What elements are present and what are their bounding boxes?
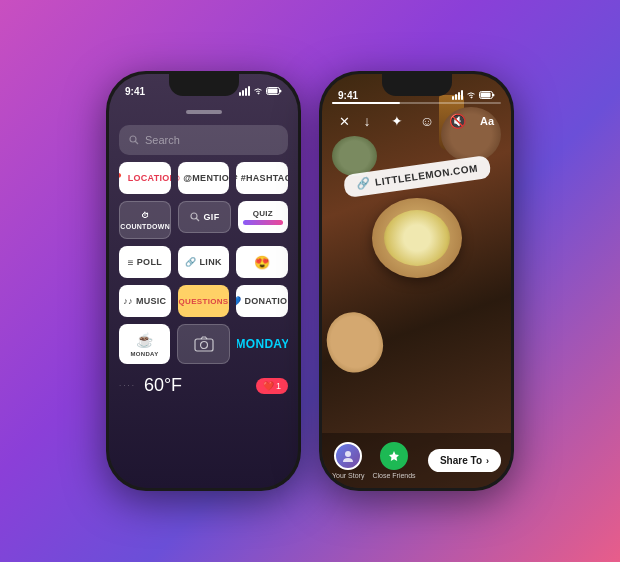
user-icon [341, 449, 355, 463]
temp-value: 60°F [144, 375, 182, 396]
drag-handle[interactable] [186, 110, 222, 114]
text-button[interactable]: Aa [475, 109, 499, 133]
quiz-content: QUIZ [243, 209, 283, 225]
svg-point-2 [130, 136, 136, 142]
location-icon: 📍 [119, 173, 125, 183]
poll-icon: ≡ [128, 257, 134, 268]
scroll-indicator: ···· [119, 381, 136, 390]
battery-icon [266, 87, 282, 95]
close-friends-avatar [380, 442, 408, 470]
status-time-left: 9:41 [125, 86, 145, 97]
text-tool-icon: Aa [480, 115, 494, 127]
sticker-row-5: ☕ MONDAY MONDAY [119, 324, 288, 364]
sticker-countdown[interactable]: ⏱ COUNTDOWN [119, 201, 171, 239]
link-sticker-icon: 🔗 [355, 177, 371, 192]
heart-notification[interactable]: ❤️ 1 [256, 378, 288, 394]
sticker-camera[interactable] [177, 324, 230, 364]
flatbread [322, 304, 391, 379]
search-icon [129, 135, 139, 145]
svg-line-3 [136, 142, 139, 145]
close-icon: ✕ [339, 114, 350, 129]
mention-icon: @ [178, 173, 181, 183]
plate-garnish [332, 136, 377, 176]
chevron-right-icon: › [486, 456, 489, 466]
close-friends-option[interactable]: Close Friends [372, 442, 415, 479]
download-button[interactable]: ↓ [355, 109, 379, 133]
sticker-link[interactable]: 🔗 LINK [178, 246, 230, 278]
sticker-questions[interactable]: QUESTIONS [178, 285, 230, 317]
sticker-gif[interactable]: GIF [178, 201, 230, 233]
coffee-icon: ☕ [136, 332, 153, 348]
link-chain-icon: 🔗 [185, 257, 196, 267]
donation-icon: 💙 [236, 296, 241, 306]
share-label: Share To [440, 455, 482, 466]
svg-marker-11 [389, 451, 399, 461]
svg-point-10 [345, 451, 351, 457]
camera-icon [194, 336, 214, 352]
svg-rect-6 [195, 339, 213, 351]
close-friends-label: Close Friends [372, 472, 415, 479]
wifi-icon [253, 87, 263, 95]
search-placeholder: Search [145, 134, 180, 146]
countdown-icon: ⏱ [141, 211, 149, 220]
notch [169, 74, 239, 96]
sticker-music[interactable]: ♪♪ MUSIC [119, 285, 171, 317]
face-button[interactable]: ☺ [415, 109, 439, 133]
sticker-day-label[interactable]: MONDAY [237, 324, 288, 364]
sticker-row-3: ≡ POLL 🔗 LINK 😍 [119, 246, 288, 278]
hashtag-symbol: # [236, 173, 237, 183]
sticker-row-1: 📍 LOCATION @ @MENTION # #HASHTAG [119, 162, 288, 194]
quiz-bar [243, 220, 283, 225]
svg-point-7 [200, 342, 207, 349]
music-icon: ♪♪ [123, 296, 133, 306]
sticker-poll[interactable]: ≡ POLL [119, 246, 171, 278]
story-share-options: Your Story Close Friends [332, 442, 416, 479]
your-story-label: Your Story [332, 472, 364, 479]
share-to-button[interactable]: Share To › [428, 449, 501, 472]
food-image [322, 74, 511, 488]
your-story-avatar [334, 442, 362, 470]
sticker-monday-icon[interactable]: ☕ MONDAY [119, 324, 170, 364]
plate-main [372, 198, 462, 278]
signal-icon [239, 86, 250, 96]
heart-count: 1 [276, 381, 281, 391]
svg-point-4 [191, 213, 197, 219]
heart-icon: ❤️ [263, 381, 274, 391]
download-icon: ↓ [364, 113, 371, 129]
status-icons-left [239, 86, 282, 96]
gif-search-icon [190, 212, 200, 222]
right-phone: 9:41 ✕ ↓ ✦ [319, 71, 514, 491]
story-action-icons: ↓ ✦ ☺ 🔇 Aa [355, 109, 499, 133]
svg-rect-1 [268, 89, 278, 94]
sound-icon: 🔇 [449, 113, 466, 129]
star-icon [388, 450, 400, 462]
sticker-hashtag[interactable]: # #HASHTAG [236, 162, 288, 194]
sticker-donation[interactable]: 💙 DONATION [236, 285, 288, 317]
sticker-location[interactable]: 📍 LOCATION [119, 162, 171, 194]
story-bottom-bar: Your Story Close Friends Share To › [322, 433, 511, 488]
plate-fill [384, 210, 450, 266]
sticker-emoji-slider[interactable]: 😍 [236, 246, 288, 278]
sticker-panel: Search 📍 LOCATION @ @MENTION # #HASHTAG [109, 102, 298, 488]
temperature-display: 60°F [144, 375, 182, 396]
search-bar[interactable]: Search [119, 125, 288, 155]
left-phone: 9:41 Search 📍 [106, 71, 301, 491]
your-story-option[interactable]: Your Story [332, 442, 364, 479]
face-icon: ☺ [420, 113, 434, 129]
notch-right [382, 74, 452, 96]
bottom-overlay-bar: ···· 60°F ❤️ 1 [119, 375, 288, 396]
sparkle-button[interactable]: ✦ [385, 109, 409, 133]
svg-line-5 [196, 219, 199, 222]
close-button[interactable]: ✕ [334, 109, 355, 133]
sticker-row-2: ⏱ COUNTDOWN GIF QUIZ [119, 201, 288, 239]
sticker-row-4: ♪♪ MUSIC QUESTIONS 💙 DONATION [119, 285, 288, 317]
sticker-mention[interactable]: @ @MENTION [178, 162, 230, 194]
sparkle-icon: ✦ [391, 113, 403, 129]
sound-button[interactable]: 🔇 [445, 109, 469, 133]
sticker-quiz[interactable]: QUIZ [238, 201, 288, 233]
